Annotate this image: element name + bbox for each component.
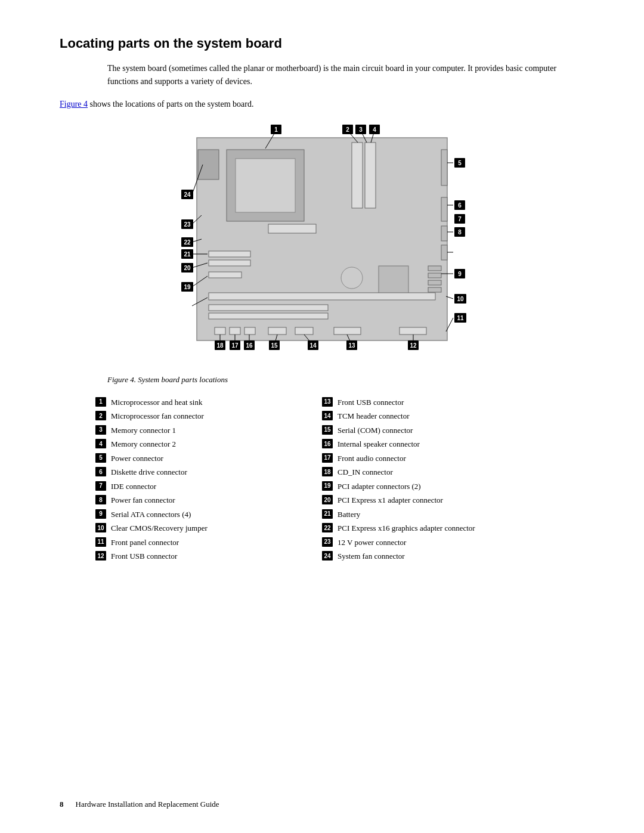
- list-item: 17Front audio connector: [322, 453, 549, 465]
- svg-text:16: 16: [246, 342, 253, 349]
- list-item: 19PCI adapter connectors (2): [322, 481, 549, 493]
- svg-rect-2: [236, 159, 295, 212]
- svg-text:1: 1: [274, 126, 278, 133]
- part-label: System fan connector: [338, 550, 549, 562]
- part-label: 12 V power connector: [338, 537, 549, 549]
- svg-text:15: 15: [271, 342, 278, 349]
- svg-text:5: 5: [458, 160, 462, 166]
- part-badge: 4: [95, 439, 106, 448]
- list-item: 11Front panel connector: [95, 537, 322, 549]
- list-item: 4Memory connector 2: [95, 438, 322, 450]
- part-label: Front audio connector: [338, 453, 549, 465]
- svg-rect-6: [441, 197, 447, 221]
- svg-rect-7: [441, 226, 447, 241]
- part-label: Front USB connector: [338, 397, 549, 408]
- footer-document-title: Hardware Installation and Replacement Gu…: [76, 800, 219, 809]
- part-label: PCI Express x1 adapter connector: [338, 494, 549, 506]
- part-badge: 12: [95, 551, 106, 561]
- parts-col-left: 1Microprocessor and heat sink2Microproce…: [95, 397, 322, 565]
- part-label: Internal speaker connector: [338, 438, 549, 450]
- svg-text:6: 6: [458, 202, 462, 209]
- list-item: 6Diskette drive connector: [95, 466, 322, 478]
- list-item: 2312 V power connector: [322, 537, 549, 549]
- figure-reference: Figure 4 shows the locations of parts on…: [60, 100, 584, 109]
- parts-col-right: 13Front USB connector14TCM header connec…: [322, 397, 549, 565]
- part-badge: 1: [95, 397, 106, 407]
- part-badge: 13: [322, 397, 333, 407]
- svg-rect-13: [268, 224, 316, 233]
- list-item: 14TCM header connector: [322, 410, 549, 422]
- svg-rect-4: [365, 143, 376, 208]
- part-label: TCM header connector: [338, 410, 549, 422]
- svg-text:7: 7: [458, 216, 462, 222]
- svg-rect-18: [379, 266, 408, 296]
- list-item: 18CD_IN connector: [322, 466, 549, 478]
- svg-text:11: 11: [457, 315, 464, 321]
- svg-rect-14: [209, 251, 250, 257]
- part-label: PCI Express x16 graphics adapter connect…: [338, 522, 549, 534]
- svg-text:9: 9: [458, 271, 462, 277]
- part-label: Serial ATA connectors (4): [111, 509, 322, 521]
- svg-rect-26: [400, 327, 426, 335]
- svg-text:20: 20: [184, 265, 191, 271]
- svg-text:12: 12: [410, 342, 417, 349]
- board-svg: 1 2 3 4 5 6 7 8 9 10 11 24: [149, 120, 495, 370]
- svg-text:24: 24: [184, 191, 191, 198]
- list-item: 21Battery: [322, 509, 549, 521]
- svg-rect-10: [428, 273, 441, 278]
- list-item: 16Internal speaker connector: [322, 438, 549, 450]
- list-item: 24System fan connector: [322, 550, 549, 562]
- part-badge: 19: [322, 481, 333, 491]
- svg-text:2: 2: [346, 126, 349, 133]
- list-item: 10Clear CMOS/Recovery jumper: [95, 522, 322, 534]
- svg-text:8: 8: [458, 229, 462, 236]
- list-item: 5Power connector: [95, 453, 322, 465]
- part-label: Battery: [338, 509, 549, 521]
- part-label: IDE connector: [111, 481, 322, 493]
- svg-rect-27: [209, 293, 435, 300]
- list-item: 12Front USB connector: [95, 550, 322, 562]
- part-badge: 7: [95, 481, 106, 491]
- part-badge: 6: [95, 467, 106, 476]
- part-label: Power fan connector: [111, 494, 322, 506]
- svg-text:4: 4: [373, 126, 376, 133]
- part-label: Diskette drive connector: [111, 466, 322, 478]
- list-item: 13Front USB connector: [322, 397, 549, 408]
- intro-paragraph: The system board (sometimes called the p…: [107, 62, 584, 89]
- part-label: Memory connector 2: [111, 438, 322, 450]
- part-label: Serial (COM) connector: [338, 425, 549, 436]
- figure-caption: Figure 4. System board parts locations: [107, 375, 584, 385]
- svg-rect-20: [215, 327, 225, 335]
- svg-rect-16: [209, 272, 242, 278]
- svg-rect-22: [244, 327, 255, 335]
- svg-rect-29: [209, 313, 328, 319]
- part-badge: 10: [95, 523, 106, 532]
- parts-list: 1Microprocessor and heat sink2Microproce…: [95, 397, 549, 565]
- figure-4-link[interactable]: Figure 4: [60, 100, 88, 109]
- page-title: Locating parts on the system board: [60, 36, 584, 51]
- list-item: 1Microprocessor and heat sink: [95, 397, 322, 408]
- svg-text:23: 23: [184, 221, 191, 228]
- svg-rect-21: [230, 327, 240, 335]
- svg-rect-25: [334, 327, 361, 335]
- part-badge: 3: [95, 425, 106, 435]
- svg-text:3: 3: [359, 126, 363, 133]
- svg-text:19: 19: [184, 284, 191, 290]
- svg-point-17: [341, 267, 363, 289]
- part-badge: 23: [322, 537, 333, 547]
- svg-rect-24: [295, 327, 313, 335]
- svg-rect-5: [441, 150, 447, 185]
- svg-text:13: 13: [348, 342, 355, 349]
- list-item: 2Microprocessor fan connector: [95, 410, 322, 422]
- list-item: 8Power fan connector: [95, 494, 322, 506]
- list-item: 9Serial ATA connectors (4): [95, 509, 322, 521]
- part-badge: 11: [95, 537, 106, 547]
- part-label: CD_IN connector: [338, 466, 549, 478]
- part-label: Memory connector 1: [111, 425, 322, 436]
- svg-text:14: 14: [309, 342, 317, 349]
- part-badge: 24: [322, 551, 333, 561]
- part-label: Front USB connector: [111, 550, 322, 562]
- part-label: Power connector: [111, 453, 322, 465]
- svg-rect-9: [428, 266, 441, 271]
- svg-rect-15: [209, 260, 250, 266]
